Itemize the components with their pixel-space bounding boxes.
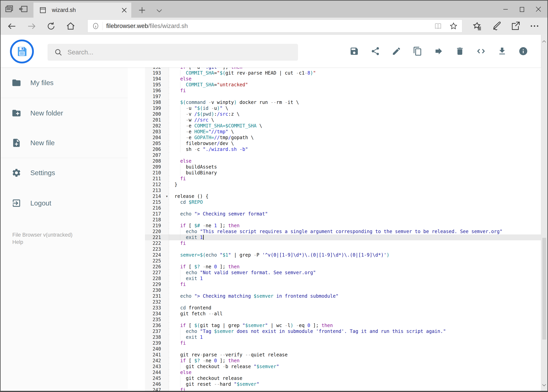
code-line[interactable]: 238 exit 1 [145,334,541,340]
minimize-button[interactable] [497,3,514,15]
line-number[interactable]: 245 [145,375,169,381]
code-line-text[interactable]: $(command -v winpty) docker run --rm -it… [169,99,541,105]
code-line-text[interactable]: } [169,182,541,188]
code-area[interactable]: 192 if [ -d ".git" ]; then193 COMMIT_SHA… [145,67,541,391]
scroll-down-icon[interactable] [541,383,547,388]
code-line-text[interactable]: semver=$(echo "$1" | grep -P '^v(0|[1-9]… [169,252,541,258]
line-number[interactable]: 224 [145,252,169,258]
code-line-text[interactable] [169,246,541,252]
code-line[interactable]: 227 echo "Not valid semver format. See s… [145,270,541,276]
line-number[interactable]: 208 [145,158,169,164]
line-number[interactable]: 232 [145,299,169,305]
code-line[interactable]: 198 $(command -v winpty) docker run --rm… [145,99,541,105]
code-line-text[interactable]: exit 1 [169,234,541,240]
line-number[interactable]: 243 [145,364,169,370]
code-line[interactable]: 200 -v /$(pwd):/src:z \ [145,111,541,117]
code-line[interactable]: 201 -w //src \ [145,117,541,123]
line-number[interactable]: 217 [145,211,169,217]
code-line[interactable]: 226 if [ $? -ne 0 ]; then [145,264,541,270]
code-line-text[interactable]: else [169,76,541,82]
save-button[interactable] [349,46,359,56]
line-number[interactable]: 212 [145,182,169,188]
forward-icon[interactable] [26,21,37,31]
line-number[interactable]: 201 [145,117,169,123]
code-line-text[interactable]: if [ $? -ne 0 ]; then [169,358,541,364]
code-line-text[interactable]: git fetch --all [169,311,541,317]
tab-wizard-sh[interactable]: wizard.sh [34,3,131,18]
search-input[interactable]: Search... [48,44,298,61]
line-number[interactable]: 234 [145,311,169,317]
line-number[interactable]: 238 [145,334,169,340]
code-line[interactable]: 213 [145,188,541,193]
line-number[interactable]: 218 [145,217,169,223]
code-line[interactable]: 231 echo "> Checking matching $semver in… [145,293,541,299]
code-line[interactable]: 208 else [145,158,541,164]
code-line[interactable]: 239 fi [145,340,541,346]
code-line[interactable]: 216 [145,205,541,211]
line-number[interactable]: 223 [145,246,169,252]
code-editor[interactable]: 192 if [ -d ".git" ]; then193 COMMIT_SHA… [128,67,541,391]
line-number[interactable]: 222 [145,240,169,246]
site-info-icon[interactable] [92,22,99,30]
delete-button[interactable] [455,46,465,56]
code-line[interactable]: 195 COMMIT_SHA="untracked" [145,82,541,88]
line-number[interactable]: 210 [145,170,169,176]
code-line-text[interactable]: -e COMMIT_SHA=$COMMIT_SHA \ [169,123,541,129]
line-number[interactable]: 198 [145,99,169,105]
code-line-text[interactable]: git checkout -b release "$semver" [169,364,541,370]
line-number[interactable]: 209 [145,164,169,170]
line-number[interactable]: 215 [145,199,169,205]
line-number[interactable]: 192 [145,67,169,70]
code-line-text[interactable] [169,346,541,352]
sidebar-item-settings[interactable]: Settings [0,163,128,182]
new-tab-button[interactable] [138,6,146,15]
move-button[interactable] [434,46,444,56]
code-line-text[interactable]: echo "> Checking matching $semver in fro… [169,293,541,299]
line-number[interactable]: 227 [145,270,169,276]
copy-button[interactable] [413,46,422,56]
line-number[interactable]: 193 [145,70,169,76]
code-line-text[interactable]: fi [169,281,541,287]
code-line[interactable]: 224 semver=$(echo "$1" | grep -P '^v(0|[… [145,252,541,258]
code-line[interactable]: 237 echo "Tag $semver does not exist in … [145,328,541,334]
line-number[interactable]: 225 [145,258,169,264]
code-line[interactable]: 217 echo "> Checking semver format" [145,211,541,217]
sidebar-item-new-file[interactable]: New file [0,133,128,152]
code-line-text[interactable] [169,258,541,264]
code-line-text[interactable]: fi [169,240,541,246]
hub-favorites-icon[interactable] [472,21,482,31]
fold-marker-icon[interactable]: ▾ [166,193,168,199]
line-number[interactable]: 220 [145,229,169,234]
code-line[interactable]: 244 else [145,370,541,375]
code-line[interactable]: 247 fi [145,387,541,391]
code-line-text[interactable] [169,287,541,293]
code-line-text[interactable]: if [ $# -ne 1 ]; then [169,223,541,229]
code-line-text[interactable]: if [ $(git tag | grep "$semver" | wc -l)… [169,322,541,328]
url-text[interactable]: filebrowser.web/files/wizard.sh [106,22,434,29]
code-line-text[interactable] [169,205,541,211]
code-line[interactable]: 194 else [145,76,541,82]
sidebar-item-new-folder[interactable]: New folder [0,104,128,123]
code-line-text[interactable]: -u "$(id -u)" \ [169,105,541,111]
code-line[interactable]: 218 [145,217,541,223]
line-number[interactable]: 221 [145,234,169,240]
favorite-star-icon[interactable] [449,22,458,30]
line-number[interactable]: 206 [145,146,169,152]
line-number[interactable]: 195 [145,82,169,88]
web-note-pen-icon[interactable] [491,21,501,31]
code-line[interactable]: 242 if [ $? -ne 0 ]; then [145,358,541,364]
code-line-text[interactable]: -w //src \ [169,117,541,123]
line-number[interactable]: 237 [145,328,169,334]
code-line-text[interactable]: -e HOME="//tmp" \ [169,129,541,135]
code-line-text[interactable]: git rev-parse --verify --quiet release [169,352,541,358]
back-icon[interactable] [7,21,17,31]
code-line[interactable]: 207 [145,152,541,158]
line-number[interactable]: 235 [145,317,169,322]
code-line-text[interactable]: else [169,370,541,375]
code-line[interactable]: 212} [145,182,541,188]
code-line-text[interactable]: -v /$(pwd):/src:z \ [169,111,541,117]
code-line-text[interactable]: cd frontend [169,305,541,311]
code-line[interactable]: 245 git checkout release [145,375,541,381]
code-line[interactable]: 211 fi [145,176,541,182]
code-line-text[interactable]: git reset --hard "$semver" [169,381,541,387]
